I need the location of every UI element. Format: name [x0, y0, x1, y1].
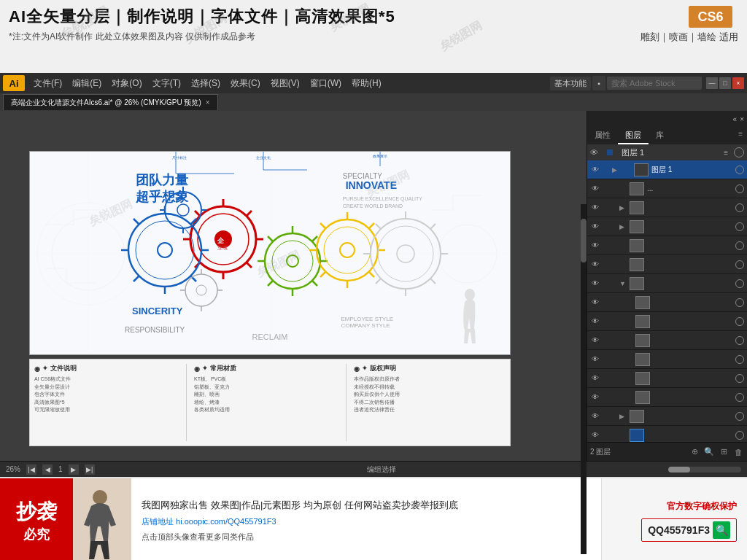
- text-line-1: 团队力量: [136, 172, 188, 189]
- eye-icon-4[interactable]: 👁: [590, 222, 600, 232]
- eye-icon-8[interactable]: 👁: [590, 298, 600, 308]
- tab-properties[interactable]: 属性: [587, 127, 618, 144]
- lock-icon-10[interactable]: [602, 336, 611, 345]
- lock-icon-3[interactable]: [602, 203, 611, 212]
- layer-row-14[interactable]: 👁 ▶: [587, 407, 747, 426]
- lock-icon-2[interactable]: [602, 184, 611, 193]
- eye-icon-15[interactable]: 👁: [590, 430, 600, 440]
- layer-row-2[interactable]: 👁 ...: [587, 179, 747, 198]
- minimize-btn[interactable]: —: [706, 77, 718, 89]
- ad-qq-box[interactable]: QQ455791F3 🔍: [641, 518, 737, 542]
- tab-layers[interactable]: 图层: [618, 127, 649, 144]
- lock-icon-9[interactable]: [602, 317, 611, 326]
- layer-target-12[interactable]: [735, 374, 744, 383]
- menu-help[interactable]: 帮助(H): [347, 76, 386, 91]
- layer-target-10[interactable]: [735, 336, 744, 345]
- page-next[interactable]: ▶: [69, 464, 79, 475]
- menu-file[interactable]: 文件(F): [29, 76, 66, 91]
- add-layer-btn[interactable]: ⊕: [689, 446, 700, 458]
- ad-search-btn[interactable]: 🔍: [713, 521, 730, 539]
- canvas-area[interactable]: 尺寸标注 企业文化 效果展示: [0, 111, 587, 461]
- layer-target-4[interactable]: [735, 222, 744, 231]
- layer-options-btn[interactable]: ⊞: [718, 446, 729, 458]
- layer-row-6[interactable]: 👁: [587, 255, 747, 274]
- ad-shop-link[interactable]: 店铺地址 hi.ooopic.com/QQ455791F3: [142, 516, 591, 527]
- adobe-stock-search[interactable]: [607, 77, 702, 90]
- eye-icon-14[interactable]: 👁: [590, 411, 600, 421]
- menu-edit[interactable]: 编辑(E): [68, 76, 106, 91]
- layer-row-7[interactable]: 👁 ▼: [587, 274, 747, 293]
- eye-icon-10[interactable]: 👁: [590, 335, 600, 346]
- lock-icon-11[interactable]: [602, 355, 611, 364]
- search-layer-btn[interactable]: 🔍: [703, 446, 715, 458]
- eye-icon-3[interactable]: 👁: [590, 203, 600, 213]
- tab-close-btn[interactable]: ×: [206, 98, 210, 106]
- layer-row-9[interactable]: 👁: [587, 312, 747, 331]
- layer-row-10[interactable]: 👁: [587, 331, 747, 350]
- panel-expand-btn[interactable]: ≡: [734, 127, 747, 144]
- eye-icon-11[interactable]: 👁: [590, 354, 600, 365]
- layer-target-7[interactable]: [735, 279, 744, 288]
- lock-icon-15[interactable]: [602, 431, 611, 440]
- page-next-end[interactable]: ▶|: [85, 464, 95, 475]
- menu-view[interactable]: 视图(V): [266, 76, 304, 91]
- layer-row-5[interactable]: 👁: [587, 236, 747, 255]
- eye-icon-6[interactable]: 👁: [590, 260, 600, 270]
- layer-row-12[interactable]: 👁: [587, 369, 747, 388]
- lock-icon-1[interactable]: [602, 166, 611, 174]
- layer-target-5[interactable]: [735, 241, 744, 250]
- eye-icon-9[interactable]: 👁: [590, 316, 600, 327]
- lock-icon-12[interactable]: [602, 374, 611, 383]
- delete-layer-btn[interactable]: 🗑: [732, 446, 744, 458]
- eye-icon-7[interactable]: 👁: [590, 279, 600, 289]
- lock-icon-8[interactable]: [602, 298, 611, 307]
- layer-row-13[interactable]: 👁: [587, 388, 747, 407]
- layer-target-8[interactable]: [735, 298, 744, 307]
- menu-window[interactable]: 窗口(W): [306, 76, 346, 91]
- eye-icon-1[interactable]: 👁: [590, 165, 600, 175]
- basic-function-btn[interactable]: 基本功能: [550, 77, 591, 90]
- layer-row-4[interactable]: 👁 ▶: [587, 217, 747, 236]
- active-tab[interactable]: 高端企业文化墙源文件AIcs6.ai* @ 26% (CMYK/GPU 预览) …: [3, 94, 218, 110]
- layer-row-1[interactable]: 👁 ▶ 图层 1: [587, 160, 747, 179]
- layer-target-1[interactable]: [735, 166, 744, 174]
- layer-target-15[interactable]: [735, 431, 744, 440]
- scrollbar-thumb[interactable]: [581, 219, 587, 262]
- lock-icon-6[interactable]: [602, 260, 611, 269]
- layer-row-8[interactable]: 👁: [587, 293, 747, 312]
- layer-target-13[interactable]: [735, 393, 744, 402]
- menu-icon-btn-1[interactable]: ▪: [592, 76, 605, 90]
- lock-icon-4[interactable]: [602, 222, 611, 231]
- menu-object[interactable]: 对象(O): [107, 76, 146, 91]
- lock-icon-14[interactable]: [602, 412, 611, 421]
- layer-target-11[interactable]: [735, 355, 744, 364]
- menu-effect[interactable]: 效果(C): [226, 76, 265, 91]
- page-prev-start[interactable]: |◀: [26, 464, 36, 475]
- right-scrollbar[interactable]: [581, 204, 587, 554]
- lock-icon-5[interactable]: [602, 241, 611, 250]
- menu-text[interactable]: 文字(T): [148, 76, 185, 91]
- layer-target-2[interactable]: [735, 184, 744, 193]
- layer-target-6[interactable]: [735, 260, 744, 269]
- panel-collapse-btn[interactable]: «: [733, 115, 738, 123]
- layer-target-14[interactable]: [735, 412, 744, 421]
- layer-target-3[interactable]: [735, 203, 744, 212]
- layer-row-3[interactable]: 👁 ▶: [587, 198, 747, 217]
- tab-library[interactable]: 库: [649, 127, 671, 144]
- close-btn[interactable]: ×: [732, 77, 744, 89]
- lock-icon-7[interactable]: [602, 279, 611, 288]
- eye-icon-13[interactable]: 👁: [590, 392, 600, 402]
- eye-icon-2[interactable]: 👁: [590, 184, 600, 194]
- eye-icon-12[interactable]: 👁: [590, 373, 600, 384]
- layer-target-9[interactable]: [735, 317, 744, 326]
- panel-close-btn[interactable]: ×: [740, 115, 744, 123]
- layer-row-11[interactable]: 👁: [587, 350, 747, 369]
- lock-icon-13[interactable]: [602, 393, 611, 402]
- eye-icon-5[interactable]: 👁: [590, 241, 600, 251]
- menu-select[interactable]: 选择(S): [187, 76, 225, 91]
- page-prev[interactable]: ◀: [42, 464, 53, 475]
- eye-icon-header[interactable]: 👁: [590, 148, 598, 157]
- layer-row-15[interactable]: 👁: [587, 426, 747, 442]
- maximize-btn[interactable]: □: [719, 77, 731, 89]
- layers-menu-icon[interactable]: ≡: [724, 149, 728, 157]
